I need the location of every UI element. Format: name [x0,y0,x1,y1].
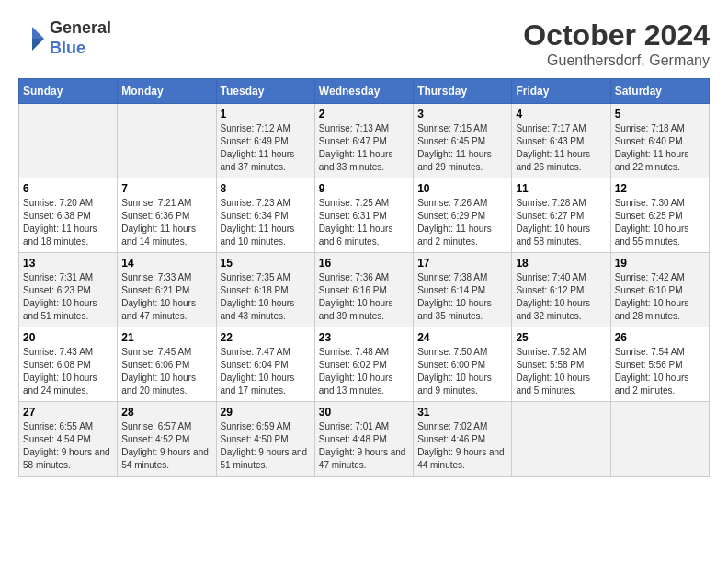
day-details: Sunrise: 7:23 AMSunset: 6:34 PMDaylight:… [221,197,311,248]
day-details: Sunrise: 7:13 AMSunset: 6:47 PMDaylight:… [319,122,409,174]
cell-0-1 [118,104,216,178]
day-details: Sunrise: 7:50 AMSunset: 6:00 PMDaylight:… [417,346,507,397]
logo-general-text: General [50,18,111,37]
day-details: Sunrise: 7:36 AMSunset: 6:16 PMDaylight:… [319,271,409,323]
day-details: Sunrise: 7:21 AMSunset: 6:36 PMDaylight:… [121,197,211,248]
cell-0-5: 4 Sunrise: 7:17 AMSunset: 6:43 PMDayligh… [512,104,610,178]
logo: General Blue [18,18,111,58]
day-number: 5 [615,108,705,121]
cell-1-3: 9 Sunrise: 7:25 AMSunset: 6:31 PMDayligh… [314,178,413,253]
week-row-1: 1 Sunrise: 7:12 AMSunset: 6:49 PMDayligh… [19,104,710,178]
header-tuesday: Tuesday [216,79,314,104]
header-wednesday: Wednesday [314,79,413,104]
day-details: Sunrise: 7:01 AMSunset: 4:48 PMDaylight:… [319,420,409,472]
day-number: 3 [417,108,507,121]
cell-3-6: 26 Sunrise: 7:54 AMSunset: 5:56 PMDaylig… [610,327,709,402]
cell-2-4: 17 Sunrise: 7:38 AMSunset: 6:14 PMDaylig… [414,253,512,327]
cell-2-5: 18 Sunrise: 7:40 AMSunset: 6:12 PMDaylig… [512,253,610,327]
header-sunday: Sunday [19,79,118,104]
svg-marker-0 [32,27,44,39]
day-details: Sunrise: 7:25 AMSunset: 6:31 PMDaylight:… [319,197,409,248]
svg-marker-1 [32,39,44,51]
header-saturday: Saturday [610,79,709,104]
day-number: 30 [319,406,409,419]
day-details: Sunrise: 7:30 AMSunset: 6:25 PMDaylight:… [615,197,705,248]
day-details: Sunrise: 7:02 AMSunset: 4:46 PMDaylight:… [417,420,507,472]
day-details: Sunrise: 7:40 AMSunset: 6:12 PMDaylight:… [516,271,606,323]
cell-0-3: 2 Sunrise: 7:13 AMSunset: 6:47 PMDayligh… [314,104,413,178]
cell-0-0 [19,104,118,178]
day-number: 24 [417,331,507,344]
day-details: Sunrise: 7:20 AMSunset: 6:38 PMDaylight:… [23,197,113,248]
cell-4-5 [512,402,610,477]
cell-4-6 [610,402,709,477]
day-details: Sunrise: 7:47 AMSunset: 6:04 PMDaylight:… [221,346,311,397]
header-thursday: Thursday [414,79,512,104]
day-number: 7 [121,182,211,195]
day-details: Sunrise: 7:15 AMSunset: 6:45 PMDaylight:… [417,122,507,174]
day-details: Sunrise: 6:55 AMSunset: 4:54 PMDaylight:… [23,420,113,472]
day-number: 2 [319,108,409,121]
calendar-table: Sunday Monday Tuesday Wednesday Thursday… [18,78,710,477]
day-details: Sunrise: 7:17 AMSunset: 6:43 PMDaylight:… [516,122,606,174]
day-number: 28 [121,406,211,419]
cell-3-2: 22 Sunrise: 7:47 AMSunset: 6:04 PMDaylig… [216,327,314,402]
day-number: 25 [516,331,606,344]
day-details: Sunrise: 7:45 AMSunset: 6:06 PMDaylight:… [121,346,211,397]
week-row-3: 13 Sunrise: 7:31 AMSunset: 6:23 PMDaylig… [19,253,710,327]
cell-1-0: 6 Sunrise: 7:20 AMSunset: 6:38 PMDayligh… [19,178,118,253]
cell-1-6: 12 Sunrise: 7:30 AMSunset: 6:25 PMDaylig… [610,178,709,253]
cell-3-5: 25 Sunrise: 7:52 AMSunset: 5:58 PMDaylig… [512,327,610,402]
day-number: 18 [516,257,606,270]
day-details: Sunrise: 7:35 AMSunset: 6:18 PMDaylight:… [221,271,311,323]
cell-3-1: 21 Sunrise: 7:45 AMSunset: 6:06 PMDaylig… [118,327,216,402]
day-details: Sunrise: 7:52 AMSunset: 5:58 PMDaylight:… [516,346,606,397]
day-number: 26 [615,331,705,344]
cell-4-3: 30 Sunrise: 7:01 AMSunset: 4:48 PMDaylig… [314,402,413,477]
day-number: 4 [516,108,606,121]
cell-3-4: 24 Sunrise: 7:50 AMSunset: 6:00 PMDaylig… [414,327,512,402]
cell-3-0: 20 Sunrise: 7:43 AMSunset: 6:08 PMDaylig… [19,327,118,402]
day-details: Sunrise: 7:33 AMSunset: 6:21 PMDaylight:… [121,271,211,323]
day-number: 17 [417,257,507,270]
day-number: 22 [221,331,311,344]
month-title: October 2024 [523,18,710,52]
header-friday: Friday [512,79,610,104]
day-details: Sunrise: 7:43 AMSunset: 6:08 PMDaylight:… [23,346,113,397]
cell-4-2: 29 Sunrise: 6:59 AMSunset: 4:50 PMDaylig… [216,402,314,477]
title-area: October 2024 Guenthersdorf, Germany [523,18,710,69]
cell-2-3: 16 Sunrise: 7:36 AMSunset: 6:16 PMDaylig… [314,253,413,327]
cell-4-0: 27 Sunrise: 6:55 AMSunset: 4:54 PMDaylig… [19,402,118,477]
day-details: Sunrise: 7:26 AMSunset: 6:29 PMDaylight:… [417,197,507,248]
day-number: 29 [221,406,311,419]
day-number: 9 [319,182,409,195]
cell-2-2: 15 Sunrise: 7:35 AMSunset: 6:18 PMDaylig… [216,253,314,327]
day-number: 10 [417,182,507,195]
day-number: 13 [23,257,113,270]
cell-3-3: 23 Sunrise: 7:48 AMSunset: 6:02 PMDaylig… [314,327,413,402]
header-monday: Monday [118,79,216,104]
cell-1-4: 10 Sunrise: 7:26 AMSunset: 6:29 PMDaylig… [414,178,512,253]
day-number: 23 [319,331,409,344]
cell-1-1: 7 Sunrise: 7:21 AMSunset: 6:36 PMDayligh… [118,178,216,253]
days-header-row: Sunday Monday Tuesday Wednesday Thursday… [19,79,710,104]
day-details: Sunrise: 7:54 AMSunset: 5:56 PMDaylight:… [615,346,705,397]
day-number: 15 [221,257,311,270]
week-row-2: 6 Sunrise: 7:20 AMSunset: 6:38 PMDayligh… [19,178,710,253]
cell-1-2: 8 Sunrise: 7:23 AMSunset: 6:34 PMDayligh… [216,178,314,253]
day-number: 1 [221,108,311,121]
day-number: 6 [23,182,113,195]
location-text: Guenthersdorf, Germany [523,52,710,69]
day-number: 21 [121,331,211,344]
day-number: 20 [23,331,113,344]
day-number: 16 [319,257,409,270]
day-number: 8 [221,182,311,195]
day-details: Sunrise: 7:42 AMSunset: 6:10 PMDaylight:… [615,271,705,323]
day-number: 31 [417,406,507,419]
logo-text: General Blue [50,18,111,58]
cell-4-4: 31 Sunrise: 7:02 AMSunset: 4:46 PMDaylig… [414,402,512,477]
cell-0-4: 3 Sunrise: 7:15 AMSunset: 6:45 PMDayligh… [414,104,512,178]
cell-0-2: 1 Sunrise: 7:12 AMSunset: 6:49 PMDayligh… [216,104,314,178]
header: General Blue October 2024 Guenthersdorf,… [18,18,710,69]
day-details: Sunrise: 7:38 AMSunset: 6:14 PMDaylight:… [417,271,507,323]
